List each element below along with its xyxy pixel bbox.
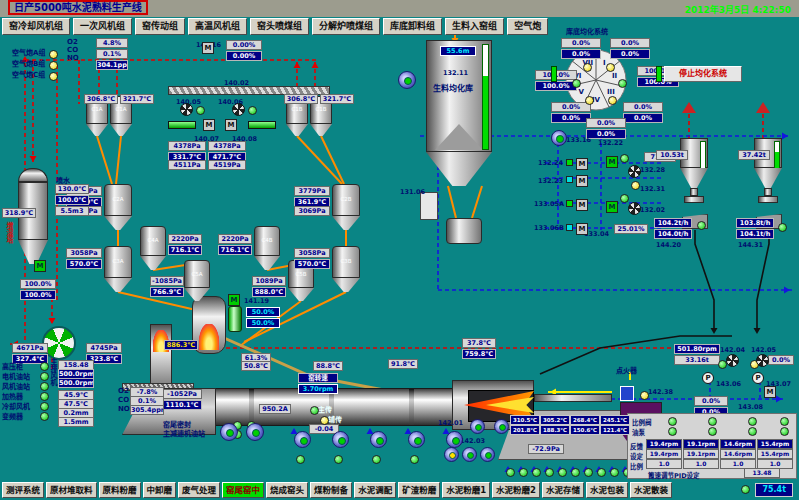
tag-131.06: 131.06	[400, 188, 425, 196]
nav-button-矿渣粉磨[interactable]: 矿渣粉磨	[398, 482, 440, 498]
readout-line: 0.0%	[586, 129, 626, 139]
label-coa: CO	[67, 46, 78, 54]
slide-gate-icon[interactable]	[168, 121, 196, 129]
motor-icon[interactable]: M	[576, 199, 588, 211]
rotary-valve-icon[interactable]	[232, 103, 245, 116]
motor-icon[interactable]: M	[576, 223, 588, 235]
motor-icon[interactable]: M	[764, 386, 776, 398]
pump-icon[interactable]: P	[752, 372, 764, 384]
pid-value: 14.6rpm	[720, 449, 756, 459]
label-o2a: O2	[67, 38, 78, 46]
bin-valve[interactable]	[758, 196, 778, 203]
green-led	[410, 455, 419, 464]
group-button-高温风机组[interactable]: 高温风机组	[188, 18, 247, 35]
nav-button-原材堆取料[interactable]: 原材堆取料	[46, 482, 97, 498]
nav-button-废气处理[interactable]: 废气处理	[178, 482, 220, 498]
nav-button-水泥粉磨1[interactable]: 水泥粉磨1	[442, 482, 490, 498]
cyclone-C3A: C3A	[104, 246, 132, 292]
bin-valve[interactable]	[684, 196, 704, 203]
motor-icon[interactable]: M	[606, 156, 618, 168]
fan-icon[interactable]	[332, 431, 349, 448]
group-button-窑头喷煤组[interactable]: 窑头喷煤组	[250, 18, 309, 35]
label-zpfj: 主排风机	[48, 358, 58, 386]
green-led	[668, 427, 677, 436]
motor-icon[interactable]: M	[576, 158, 588, 170]
nav-button-煤粉制备[interactable]: 煤粉制备	[310, 482, 352, 498]
fan-icon[interactable]	[470, 419, 485, 434]
group-button-一次风机组[interactable]: 一次风机组	[73, 18, 132, 35]
nav-button-烧成窑头[interactable]: 烧成窑头	[266, 482, 308, 498]
motor-icon[interactable]: M	[225, 119, 237, 131]
rotary-valve-icon[interactable]	[756, 354, 769, 367]
fan-icon[interactable]	[446, 431, 463, 448]
fan-icon[interactable]	[494, 419, 509, 434]
fan-icon[interactable]	[398, 71, 416, 89]
readout-line: 500.0rpm	[58, 378, 94, 388]
tag-142.04: 142.04	[720, 346, 745, 354]
nav-button-水泥调配[interactable]: 水泥调配	[354, 482, 396, 498]
cooler-temp-readout: 305.2℃	[540, 415, 570, 425]
tag-142.05: 142.05	[751, 346, 776, 354]
tag-133.06B: 133.06B	[534, 224, 564, 232]
igniter-device[interactable]	[620, 386, 634, 401]
fan-icon[interactable]	[408, 431, 425, 448]
fan-icon[interactable]	[370, 431, 387, 448]
stop-homogenization-button[interactable]: 停止均化系统	[664, 66, 742, 82]
motor-icon[interactable]: M	[203, 119, 215, 131]
nav-button-水泥包装[interactable]: 水泥包装	[586, 482, 628, 498]
readout-line: 3058Pa	[294, 248, 330, 258]
green-led	[668, 417, 677, 426]
group-button-库底卸料组[interactable]: 库底卸料组	[383, 18, 442, 35]
fan-icon[interactable]	[246, 423, 264, 441]
nav-button-测评系统[interactable]: 测评系统	[2, 482, 44, 498]
fan-icon[interactable]	[294, 431, 311, 448]
green-led	[597, 468, 606, 477]
yellow-led	[320, 416, 329, 425]
nav-button-水泥粉磨2[interactable]: 水泥粉磨2	[492, 482, 540, 498]
rotary-valve-icon[interactable]	[628, 202, 641, 215]
cooler-temp-readout: 121.4℃	[600, 425, 630, 435]
group-button-窑传动组[interactable]: 窑传动组	[135, 18, 185, 35]
motor-icon[interactable]: M	[606, 201, 618, 213]
group-button-分解炉喷煤组[interactable]: 分解炉喷煤组	[312, 18, 380, 35]
slide-gate-icon[interactable]	[248, 121, 276, 129]
readout-c2b: 3779Pa361.9℃	[294, 186, 330, 208]
rotary-valve-icon[interactable]	[726, 354, 739, 367]
rotary-valve-icon[interactable]	[628, 165, 641, 178]
pid-setpoint[interactable]: 13.48	[744, 468, 780, 478]
bin-stem	[690, 188, 698, 196]
motor-icon[interactable]: M	[34, 260, 46, 272]
pid-value: 19.1rpm	[683, 439, 719, 449]
readout-line: 0.00%	[226, 51, 262, 61]
green-led	[40, 412, 49, 421]
motor-icon[interactable]: M	[228, 294, 240, 306]
group-button-窑冷却风机组[interactable]: 窑冷却风机组	[2, 18, 70, 35]
label-fc: 辅传	[328, 414, 342, 424]
readout-line: 窑转速	[298, 373, 338, 383]
fan-icon[interactable]	[480, 447, 495, 462]
silo-inner-cone	[435, 124, 483, 150]
green-led	[506, 468, 515, 477]
green-led	[572, 79, 581, 88]
rotary-valve-icon[interactable]	[180, 103, 193, 116]
fan-icon[interactable]	[551, 130, 567, 146]
tag-143.06: 143.06	[716, 380, 741, 388]
nav-button-水泥存储[interactable]: 水泥存储	[542, 482, 584, 498]
green-led	[748, 427, 757, 436]
nav-button-中卸磨[interactable]: 中卸磨	[143, 482, 177, 498]
motor-icon[interactable]: M	[576, 175, 588, 187]
group-button-生料入窑组[interactable]: 生料入窑组	[445, 18, 504, 35]
fan-icon[interactable]	[462, 447, 477, 462]
nav-button-水泥散装[interactable]: 水泥散装	[630, 482, 672, 498]
cyclone-C2A: C2A	[104, 184, 132, 230]
nav-button-原料粉磨[interactable]: 原料粉磨	[99, 482, 141, 498]
nav-button-窑尾窑中[interactable]: 窑尾窑中	[222, 482, 264, 498]
fan-icon[interactable]	[444, 447, 459, 462]
grate-speed-pid-panel: 比例阀油泵反馈19.4rpm19.1rpm14.6rpm15.4rpm设定19.…	[627, 413, 797, 479]
fan-icon[interactable]	[220, 423, 238, 441]
readout-line: -72.9Pa	[528, 444, 564, 454]
motor-icon[interactable]: M	[202, 42, 214, 54]
bin-level-bar	[700, 141, 706, 169]
group-button-空气炮[interactable]: 空气炮	[507, 18, 548, 35]
pump-icon[interactable]: P	[702, 372, 714, 384]
